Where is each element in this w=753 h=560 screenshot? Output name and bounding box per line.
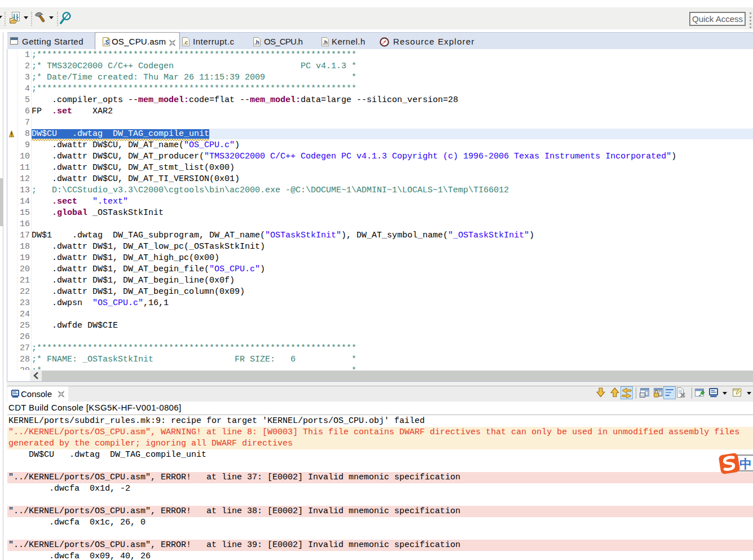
svg-text:.h: .h: [323, 39, 328, 46]
svg-text:.h: .h: [254, 39, 259, 46]
svg-text:.c: .c: [183, 39, 188, 46]
svg-text:.S: .S: [104, 39, 109, 46]
